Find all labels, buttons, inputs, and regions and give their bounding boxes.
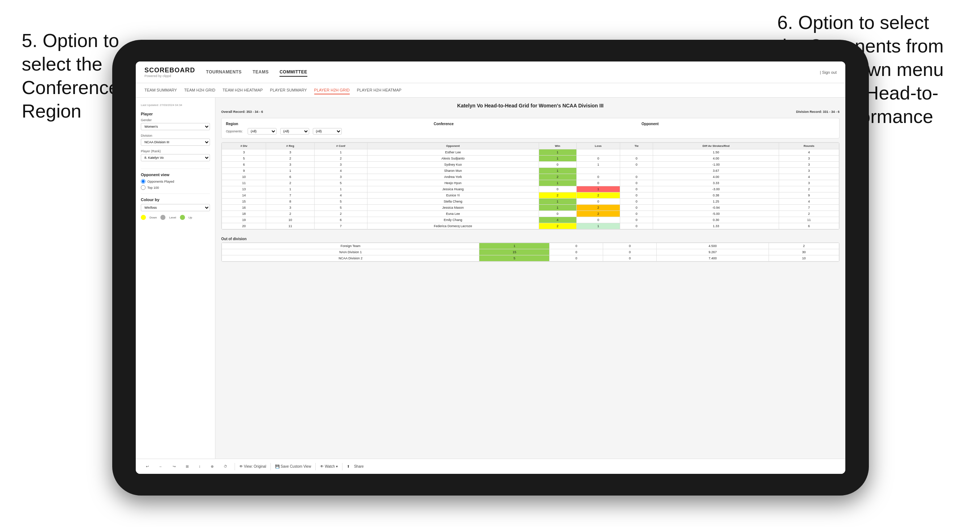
table-row: NAIA Division 1 (222, 249, 479, 256)
table-row: 2 (539, 192, 576, 198)
table-row: 9 (779, 192, 839, 198)
back-btn[interactable]: ← (156, 463, 165, 470)
sub-nav-player-summary[interactable]: PLAYER SUMMARY (270, 86, 307, 94)
table-row: 2 (266, 180, 314, 186)
region-filter-label: Region (226, 122, 419, 126)
table-row: 7 (779, 205, 839, 211)
table-row: Federica Domecq Lacroze (367, 223, 539, 229)
opponent-dropdown[interactable]: (All) (313, 128, 342, 135)
undo-btn[interactable]: ↩ (143, 463, 152, 470)
gender-select[interactable]: Women's (141, 123, 210, 130)
report-title: Katelyn Vo Head-to-Head Grid for Women's… (221, 103, 840, 108)
filters-section: Region Conference Opponent Opponents: (A… (221, 118, 840, 138)
sign-out[interactable]: | Sign out (820, 70, 837, 75)
table-row: NCAA Division 2 (222, 256, 479, 262)
radio-top100[interactable]: Top 100 (141, 185, 210, 190)
table-row: 0 (576, 174, 620, 180)
view-original-btn[interactable]: 👁 View: Original (239, 464, 266, 468)
sort-btn[interactable]: ↕ (196, 463, 204, 470)
table-row: 0.38 (653, 192, 779, 198)
table-row: 0 (620, 205, 653, 211)
table-row: 0 (576, 198, 620, 205)
table-row: 5 (314, 198, 367, 205)
th-opponent: Opponent (367, 143, 539, 149)
table-row: 2 (266, 156, 314, 162)
main-content: Last Updated: 27/03/2024 04:34 Player Ge… (136, 98, 845, 459)
add-btn[interactable]: ⊕ (208, 463, 216, 470)
conference-filter-label: Conference (434, 122, 627, 126)
table-row: 2 (576, 205, 620, 211)
table-row: 3 (314, 162, 367, 168)
bottom-toolbar: ↩ ← ↪ ⊞ ↕ ⊕ ⏱ 👁 View: Original 💾 Save Cu… (136, 459, 845, 474)
redo-btn[interactable]: ↪ (170, 463, 178, 470)
colour-by-select[interactable]: Win/loss (141, 204, 210, 211)
table-row: 14 (222, 192, 266, 198)
tablet-frame: SCOREBOARD Powered by clippd TOURNAMENTS… (112, 40, 869, 495)
conference-dropdown[interactable]: (All) (280, 128, 309, 135)
timer-btn[interactable]: ⏱ (221, 463, 230, 470)
table-row: 2 (539, 223, 576, 229)
watch-btn[interactable]: 👁 Watch ▾ (320, 464, 338, 468)
table-row: 1 (539, 205, 576, 211)
table-row: 0 (620, 156, 653, 162)
table-row: 15 (479, 249, 550, 256)
opponent-filter-label: Opponent (641, 122, 835, 126)
table-row: 6 (779, 223, 839, 229)
table-row: 0 (576, 217, 620, 223)
region-dropdown[interactable]: (All) (248, 128, 277, 135)
table-row (620, 168, 653, 174)
radio-opponents-played[interactable]: Opponents Played (141, 179, 210, 184)
table-row: 2 (314, 211, 367, 217)
table-row: 1.25 (653, 198, 779, 205)
table-row: 2 (539, 174, 576, 180)
table-row: 6 (266, 174, 314, 180)
legend-dot-down (141, 215, 146, 220)
nav-tab-teams[interactable]: TEAMS (253, 68, 269, 77)
sub-nav-player-h2h-heatmap[interactable]: PLAYER H2H HEATMAP (357, 86, 401, 94)
table-row: 4 (779, 174, 839, 180)
table-row: 1 (539, 168, 576, 174)
share-btn[interactable]: Share (354, 464, 364, 468)
toolbar-divider-1 (235, 463, 235, 470)
table-row: 3 (314, 174, 367, 180)
table-row: Jessica Huang (367, 186, 539, 192)
player-rank-label: Player (Rank) (141, 149, 210, 153)
table-row: 3 (222, 149, 266, 156)
nav-tab-committee[interactable]: COMMITTEE (280, 68, 307, 77)
th-loss: Loss (576, 143, 620, 149)
main-table: # Div # Reg # Conf Opponent Win Loss Tie… (221, 143, 839, 229)
table-row: 1.50 (653, 149, 779, 156)
save-custom-view-btn[interactable]: 💾 Save Custom View (275, 464, 311, 468)
table-row: 1 (479, 243, 550, 249)
logo-area: SCOREBOARD Powered by clippd (145, 67, 195, 78)
opponent-view-title: Opponent view (141, 173, 210, 177)
sub-nav-player-h2h-grid[interactable]: PLAYER H2H GRID (314, 86, 350, 94)
table-row: Jessica Mason (367, 205, 539, 211)
division-select[interactable]: NCAA Division III (141, 138, 210, 146)
table-row: 15 (222, 198, 266, 205)
player-section-title: Player (141, 112, 210, 116)
nav-tab-tournaments[interactable]: TOURNAMENTS (206, 68, 242, 77)
table-row: 0 (620, 174, 653, 180)
table-row: 30 (768, 249, 839, 256)
table-row: 1 (576, 223, 620, 229)
grid-btn[interactable]: ⊞ (183, 463, 191, 470)
table-row: 2 (314, 156, 367, 162)
nav-tabs: TOURNAMENTS TEAMS COMMITTEE (206, 68, 820, 77)
table-row: 11 (266, 223, 314, 229)
timestamp: Last Updated: 27/03/2024 04:34 (141, 103, 210, 107)
sub-nav-team-h2h-heatmap[interactable]: TEAM H2H HEATMAP (223, 86, 263, 94)
table-row: 4.500 (657, 243, 769, 249)
table-row: 11 (779, 217, 839, 223)
table-row: 0 (620, 186, 653, 192)
th-win: Win (539, 143, 576, 149)
sub-nav-team-summary[interactable]: TEAM SUMMARY (145, 86, 177, 94)
table-row: 9 (222, 168, 266, 174)
th-conf: # Conf (314, 143, 367, 149)
table-row: 0 (603, 243, 657, 249)
player-rank-select[interactable]: 8. Katelyn Vo (141, 154, 210, 161)
table-row: 3 (266, 162, 314, 168)
sub-nav-team-h2h-grid[interactable]: TEAM H2H GRID (184, 86, 215, 94)
table-row: 0 (620, 211, 653, 217)
share-export-btn[interactable]: ⬆ (347, 464, 350, 468)
